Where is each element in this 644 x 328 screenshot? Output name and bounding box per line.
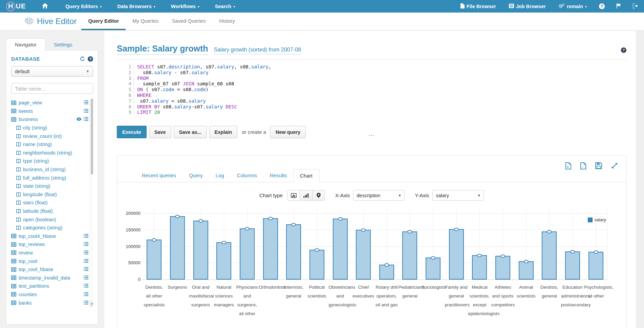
code-line[interactable]: FROM: [137, 76, 271, 81]
tab-chart[interactable]: Chart: [293, 169, 319, 182]
bar[interactable]: [565, 251, 580, 280]
table-row[interactable]: banks: [11, 299, 88, 307]
browse-data-icon[interactable]: [84, 275, 88, 281]
database-help-icon[interactable]: ?: [88, 56, 93, 62]
table-list-scrollbar[interactable]: ▼: [90, 99, 93, 307]
tab-my-queries[interactable]: My Queries: [126, 13, 165, 30]
table-row[interactable]: tweets: [11, 107, 88, 116]
feedback-button[interactable]: [610, 3, 627, 9]
browse-data-icon[interactable]: [84, 250, 88, 255]
browse-data-icon[interactable]: [84, 259, 88, 264]
bar-marker[interactable]: [524, 260, 529, 263]
x-axis-select[interactable]: description ▼: [353, 190, 405, 201]
bar[interactable]: [147, 240, 162, 280]
browse-data-icon[interactable]: [84, 100, 88, 105]
sql-editor[interactable]: 123456789 SELECT s07.description, s07.sa…: [125, 64, 626, 115]
column-row[interactable]: review_count (int): [11, 132, 88, 140]
map-marker-chart-type-button[interactable]: [313, 190, 325, 201]
query-title[interactable]: Sample: Salary growth: [117, 44, 208, 55]
preview-eye-icon[interactable]: [76, 117, 82, 122]
expand-icon[interactable]: [611, 162, 618, 169]
menu-query-editors[interactable]: Query Editors▾: [58, 4, 109, 9]
bar-marker[interactable]: [268, 217, 273, 220]
tab-query-editor[interactable]: Query Editor: [81, 13, 126, 30]
tab-query[interactable]: Query: [183, 169, 209, 182]
column-row[interactable]: type (string): [11, 157, 88, 165]
bar-marker[interactable]: [245, 227, 250, 230]
resize-handle[interactable]: ...: [369, 131, 375, 137]
bar[interactable]: [286, 224, 301, 280]
explain-button[interactable]: Explain: [209, 126, 238, 138]
scrollbar-thumb[interactable]: [91, 99, 93, 175]
bar-marker[interactable]: [338, 217, 343, 221]
menu-search[interactable]: Search▾: [207, 4, 243, 9]
bar-marker[interactable]: [221, 241, 226, 244]
column-row[interactable]: categories (string): [11, 224, 88, 232]
browse-data-icon[interactable]: [84, 267, 88, 272]
chart-legend[interactable]: salary: [586, 217, 607, 223]
tab-settings[interactable]: Settings: [45, 39, 81, 50]
tab-log[interactable]: Log: [209, 169, 231, 182]
menu-workflows[interactable]: Workflows▾: [163, 4, 207, 9]
column-row[interactable]: longitude (float): [11, 190, 88, 199]
bar[interactable]: [542, 231, 557, 280]
code-line[interactable]: s07.salary < s08.salary: [137, 98, 271, 104]
refresh-icon[interactable]: [80, 56, 85, 61]
table-row[interactable]: test_partitions: [11, 282, 88, 290]
bar[interactable]: [240, 228, 255, 280]
bar[interactable]: [170, 216, 185, 280]
bar-marker[interactable]: [500, 254, 505, 258]
tab-history[interactable]: History: [212, 13, 242, 30]
tab-columns[interactable]: Columns: [231, 169, 263, 182]
browse-data-icon[interactable]: [84, 233, 88, 239]
table-row[interactable]: review: [11, 249, 88, 257]
column-row[interactable]: full_address (string): [11, 173, 88, 182]
column-row[interactable]: latitude (float): [11, 207, 88, 216]
query-subtitle-link[interactable]: Salary growth (sorted) from 2007-08: [214, 47, 301, 54]
table-row[interactable]: top_reviews: [11, 240, 88, 249]
table-search-input[interactable]: [11, 83, 93, 94]
column-row[interactable]: stars (float): [11, 199, 88, 207]
column-row[interactable]: business_id (string): [11, 165, 88, 174]
code-line[interactable]: ON ( s07.code = s08.code): [137, 87, 271, 93]
save-results-icon[interactable]: [595, 162, 602, 169]
bar-marker[interactable]: [570, 250, 575, 253]
bar[interactable]: [216, 242, 231, 280]
bar[interactable]: [309, 250, 324, 280]
file-browser-link[interactable]: File Browser: [454, 3, 502, 9]
column-row[interactable]: open (boolean): [11, 215, 88, 224]
job-browser-link[interactable]: Job Browser: [502, 4, 552, 9]
code-line[interactable]: WHERE: [137, 93, 271, 98]
code-line[interactable]: sample_07 s07 JOIN sample_08 s08: [137, 81, 271, 87]
y-axis-select[interactable]: salary ▼: [432, 190, 484, 201]
browse-data-icon[interactable]: [84, 117, 88, 122]
bar[interactable]: [356, 230, 371, 280]
bar[interactable]: [472, 255, 487, 280]
bar[interactable]: [495, 256, 510, 280]
column-row[interactable]: city (string): [11, 124, 88, 132]
user-menu[interactable]: romain ▾: [552, 3, 593, 9]
bar-marker[interactable]: [315, 248, 319, 252]
browse-data-icon[interactable]: [84, 108, 88, 114]
bar-chart-type-button[interactable]: [287, 190, 300, 201]
column-row[interactable]: name (string): [11, 140, 88, 149]
column-row[interactable]: neighborhoods (string): [11, 149, 88, 157]
bar[interactable]: [333, 219, 348, 280]
code-line[interactable]: LIMIT 20: [137, 109, 271, 115]
bar[interactable]: [449, 229, 464, 280]
download-xls-icon[interactable]: x: [565, 162, 571, 169]
bar-marker[interactable]: [175, 215, 180, 218]
bar-marker[interactable]: [594, 250, 598, 254]
hue-logo[interactable]: HHUEUE: [6, 2, 26, 11]
code-line[interactable]: s08.salary - s07.salary: [137, 70, 271, 76]
bar-marker[interactable]: [198, 219, 203, 223]
scrollbar-down-button[interactable]: ▼: [90, 302, 93, 307]
new-query-button[interactable]: New query: [270, 126, 306, 138]
execute-button[interactable]: Execute: [117, 126, 147, 138]
home-button[interactable]: [42, 3, 48, 9]
save-button[interactable]: Save: [149, 126, 171, 138]
bar[interactable]: [519, 261, 534, 280]
editor-help-icon[interactable]: ?: [621, 47, 626, 53]
bar[interactable]: [193, 221, 208, 280]
browse-data-icon[interactable]: [84, 292, 88, 297]
